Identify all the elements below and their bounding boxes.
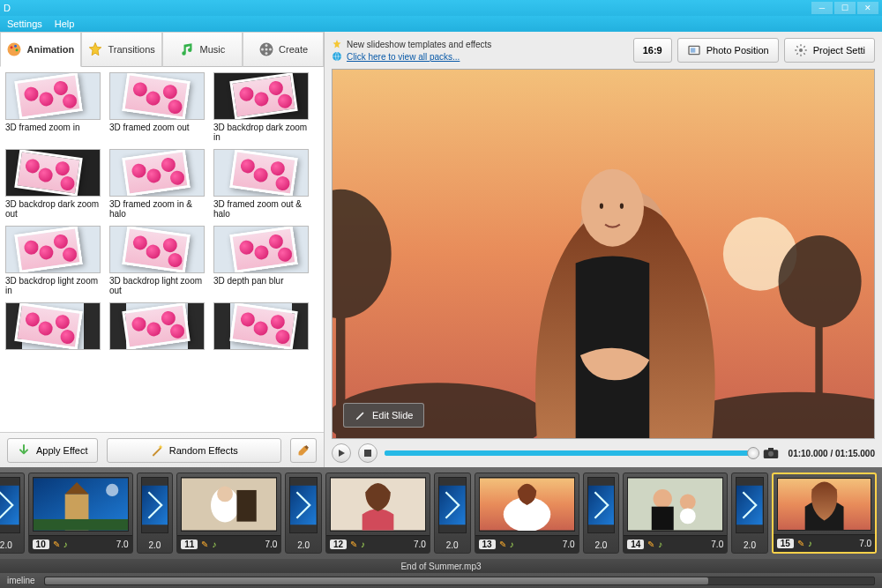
- transition-duration: 2.0: [446, 540, 459, 550]
- svg-point-13: [799, 48, 803, 52]
- slide-thumb: [181, 477, 277, 532]
- tab-transitions[interactable]: Transitions: [81, 32, 162, 67]
- svg-rect-40: [290, 486, 317, 525]
- window-close-button[interactable]: ✕: [857, 2, 878, 14]
- palette-icon: [6, 41, 22, 57]
- pencil-icon: ✎: [499, 540, 506, 549]
- effects-scroll[interactable]: 3D framed zoom in 3D framed zoom out 3: [0, 67, 324, 432]
- slider-knob[interactable]: [747, 447, 759, 459]
- svg-rect-35: [142, 486, 168, 525]
- aspect-ratio-button[interactable]: 16:9: [633, 38, 672, 63]
- photo-position-label: Photo Position: [706, 45, 769, 56]
- reel-icon: [258, 41, 274, 57]
- templates-text: New slideshow templates and effects: [347, 40, 491, 49]
- svg-rect-48: [628, 479, 722, 531]
- timeline-transition[interactable]: 2.0: [137, 473, 174, 554]
- timeline[interactable]: 2.0 10 ✎ ♪ 7.0 2.0 11 ✎ ♪ 7.0 2.0 12: [0, 467, 882, 559]
- svg-rect-34: [34, 519, 128, 530]
- apply-effect-button[interactable]: Apply Effect: [7, 438, 98, 463]
- brush-button[interactable]: [290, 438, 317, 463]
- effect-label: 3D framed zoom in: [5, 123, 102, 144]
- timeline-transition[interactable]: 2.0: [0, 473, 25, 554]
- effect-item[interactable]: 3D backdrop dark zoom in: [213, 72, 310, 144]
- pencil-icon: ✎: [201, 540, 208, 549]
- transition-duration: 2.0: [0, 540, 12, 550]
- timeline-scrollbar[interactable]: [44, 577, 875, 585]
- aspect-ratio-label: 16:9: [643, 45, 662, 56]
- timeline-transition[interactable]: 2.0: [434, 473, 471, 554]
- preview-area: Edit Slide: [332, 69, 875, 439]
- slide-duration: 7.0: [711, 540, 723, 549]
- svg-point-22: [581, 169, 644, 247]
- window-minimize-button[interactable]: ─: [811, 2, 833, 14]
- random-effects-label: Random Effects: [169, 445, 238, 456]
- effect-item[interactable]: 3D framed zoom out & halo: [213, 149, 310, 220]
- random-effects-button[interactable]: Random Effects: [107, 438, 282, 463]
- effect-label: [213, 353, 310, 374]
- packs-link[interactable]: Click here to view all packs...: [347, 52, 460, 62]
- effect-label: 3D framed zoom in & halo: [109, 199, 206, 220]
- svg-point-3: [16, 48, 19, 51]
- tab-animation[interactable]: Animation: [0, 32, 81, 67]
- tab-animation-label: Animation: [26, 44, 74, 55]
- music-note-icon: ♪: [510, 540, 514, 549]
- timeline-slide[interactable]: 14 ✎ ♪ 7.0: [623, 473, 728, 554]
- tab-create[interactable]: Create: [243, 32, 324, 67]
- effect-item[interactable]: 3D framed zoom in & halo: [109, 149, 206, 220]
- effect-item[interactable]: [109, 302, 206, 374]
- timeline-slide[interactable]: 11 ✎ ♪ 7.0: [176, 473, 281, 554]
- timeline-transition[interactable]: 2.0: [731, 473, 768, 554]
- timeline-slide[interactable]: 13 ✎ ♪ 7.0: [475, 473, 579, 554]
- effect-item[interactable]: [5, 302, 102, 374]
- effect-item[interactable]: 3D backdrop light zoom out: [109, 226, 206, 297]
- photo-position-button[interactable]: Photo Position: [677, 38, 779, 63]
- tab-transitions-label: Transitions: [108, 44, 154, 55]
- effect-item[interactable]: [213, 302, 310, 374]
- timeline-transition[interactable]: 2.0: [583, 473, 620, 554]
- snapshot-button[interactable]: [760, 444, 781, 462]
- right-panel: New slideshow templates and effects Clic…: [325, 32, 882, 467]
- edit-slide-label: Edit Slide: [372, 410, 413, 421]
- slide-duration: 7.0: [414, 540, 426, 549]
- effect-item[interactable]: 3D framed zoom in: [5, 72, 102, 144]
- svg-rect-39: [237, 490, 257, 522]
- effect-item[interactable]: 3D framed zoom out: [109, 72, 206, 144]
- audio-track-bar[interactable]: End of Summer.mp3: [0, 559, 882, 573]
- effect-item[interactable]: 3D backdrop dark zoom out: [5, 149, 102, 220]
- slide-thumb: [777, 478, 871, 531]
- left-panel: Animation Transitions Music Create: [0, 32, 325, 467]
- timeline-transition[interactable]: 2.0: [285, 473, 322, 554]
- play-button[interactable]: [332, 443, 351, 463]
- pencil-icon: ✎: [53, 540, 60, 549]
- star-small-icon: [332, 39, 342, 49]
- preview-slider[interactable]: [385, 450, 753, 456]
- effect-item[interactable]: 3D backdrop light zoom in: [5, 226, 102, 297]
- timeline-slide[interactable]: 10 ✎ ♪ 7.0: [28, 473, 133, 554]
- svg-rect-53: [736, 486, 763, 525]
- transition-duration: 2.0: [148, 540, 161, 550]
- music-note-icon: ♪: [361, 540, 365, 549]
- timeline-slide[interactable]: 12 ✎ ♪ 7.0: [325, 473, 430, 554]
- music-note-icon: ♪: [212, 540, 216, 549]
- titlebar: D ─ ☐ ✕: [0, 0, 882, 16]
- menu-settings[interactable]: Settings: [7, 19, 42, 29]
- menu-help[interactable]: Help: [55, 19, 75, 29]
- svg-rect-25: [364, 450, 371, 457]
- tab-music[interactable]: Music: [162, 32, 243, 67]
- project-settings-button[interactable]: Project Setti: [784, 38, 875, 63]
- photo-position-icon: [687, 43, 701, 57]
- stop-button[interactable]: [358, 443, 377, 463]
- play-icon: [337, 449, 346, 458]
- svg-point-24: [620, 204, 624, 209]
- transition-duration: 2.0: [297, 540, 310, 550]
- effect-label: [5, 353, 102, 374]
- star-icon: [87, 41, 103, 57]
- effect-item[interactable]: 3D depth pan blur: [213, 226, 310, 297]
- slide-number: 15: [777, 539, 794, 548]
- timeline-slide[interactable]: 15 ✎ ♪ 7.0: [772, 473, 877, 554]
- window-maximize-button[interactable]: ☐: [834, 2, 856, 14]
- svg-rect-52: [652, 507, 674, 531]
- tab-create-label: Create: [279, 44, 308, 55]
- transition-duration: 2.0: [594, 540, 607, 550]
- edit-slide-button[interactable]: Edit Slide: [343, 403, 424, 428]
